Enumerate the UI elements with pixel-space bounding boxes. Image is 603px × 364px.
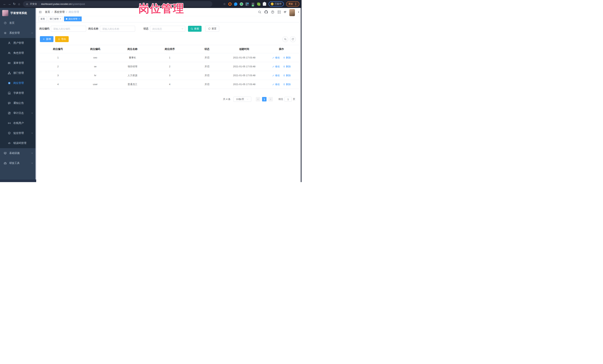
- col-actions: 操作: [263, 45, 300, 53]
- audit-log-icon: [8, 112, 11, 115]
- delete-label: 删除: [286, 74, 291, 77]
- logo-image: [2, 10, 8, 16]
- reset-button[interactable]: 重置: [205, 26, 219, 32]
- export-button[interactable]: 导出: [55, 36, 69, 42]
- edit-link[interactable]: 修改: [272, 83, 280, 86]
- update-label: 更新: [289, 2, 293, 6]
- refresh-icon: [208, 27, 211, 30]
- extensions-puzzle-icon[interactable]: [263, 2, 266, 6]
- edit-link[interactable]: 修改: [272, 74, 280, 77]
- forward-icon[interactable]: →: [7, 2, 12, 6]
- profile-paused-chip[interactable]: 已暂停: [268, 1, 284, 7]
- prev-page-button[interactable]: ‹: [256, 97, 260, 101]
- sidebar-item-departments[interactable]: 部门管理: [0, 68, 36, 78]
- sidebar-footer: [0, 179, 36, 182]
- status-select-value[interactable]: [150, 26, 185, 32]
- delete-link[interactable]: 删除: [283, 74, 291, 77]
- orange-ring-extension-icon[interactable]: [228, 2, 232, 6]
- not-secure-label[interactable]: 不安全: [30, 2, 37, 6]
- page-size-select[interactable]: 10条/页: [233, 97, 251, 102]
- sidebar-item-label: 角色管理: [13, 51, 24, 55]
- url-text[interactable]: dashboard.yudao.iocoder.cn/system/post: [41, 3, 85, 5]
- tab-departments[interactable]: 部门管理 ×: [48, 17, 63, 21]
- goto-page-input[interactable]: [285, 97, 291, 102]
- sidebar-item-roles[interactable]: 角色管理: [0, 48, 36, 58]
- add-button-label: 新增: [46, 37, 51, 41]
- close-icon[interactable]: ×: [79, 18, 80, 20]
- add-button[interactable]: 新增: [40, 36, 53, 42]
- next-page-button[interactable]: ›: [268, 97, 273, 101]
- sidebar-item-system[interactable]: 系统管理: [0, 28, 36, 38]
- sidebar-item-users[interactable]: 用户管理: [0, 38, 36, 48]
- home-icon[interactable]: ⌂: [17, 2, 22, 6]
- update-button[interactable]: 更新 ⋮: [286, 1, 299, 7]
- user-avatar[interactable]: [289, 9, 295, 16]
- gear-icon: [4, 32, 7, 34]
- font-size-icon[interactable]: tT: [284, 10, 286, 13]
- cell-created: 2021-01-05 17:03:48: [226, 53, 263, 62]
- post-code-input[interactable]: [51, 26, 86, 32]
- search-button[interactable]: 搜索: [188, 26, 202, 32]
- post-name-input[interactable]: [100, 26, 135, 32]
- delete-link[interactable]: 删除: [283, 56, 291, 59]
- reset-button-label: 重置: [212, 27, 216, 30]
- browser-menu-icon[interactable]: ⋮: [294, 2, 297, 6]
- sidebar-item-audit-log[interactable]: 审计日志: [0, 108, 36, 118]
- delete-link[interactable]: 删除: [283, 65, 291, 68]
- fullscreen-icon[interactable]: [278, 10, 281, 14]
- app-logo[interactable]: 芋道管理系统: [0, 8, 36, 18]
- sidebar-item-home[interactable]: 首页: [0, 18, 36, 28]
- sidebar-item-dictionary[interactable]: 字典管理: [0, 88, 36, 98]
- breadcrumb-system[interactable]: 系统管理: [54, 10, 65, 14]
- page-unit-label: 页: [293, 98, 295, 101]
- chevron-down-icon: [31, 152, 33, 154]
- export-button-label: 导出: [61, 37, 66, 41]
- breadcrumb: 首页 / 系统管理 / 岗位管理: [45, 10, 79, 14]
- cell-id: 3: [39, 71, 77, 80]
- delete-link[interactable]: 删除: [283, 83, 291, 86]
- sidebar-item-sms[interactable]: 短信管理: [0, 128, 36, 138]
- dashboard-icon: [4, 22, 7, 24]
- back-icon[interactable]: ←: [2, 2, 7, 6]
- paused-label: 已暂停: [275, 2, 282, 6]
- blue-drop-extension-icon[interactable]: [234, 2, 237, 6]
- grid-extension-icon[interactable]: [245, 2, 249, 6]
- sidebar-item-label: 用户管理: [13, 41, 24, 45]
- current-page[interactable]: 1: [262, 97, 267, 101]
- sidebar-item-infrastructure[interactable]: 基础设施: [0, 148, 36, 158]
- sidebar-item-notices[interactable]: 通知公告: [0, 98, 36, 108]
- on-badge: on: [252, 5, 254, 7]
- tab-label: 部门管理: [50, 17, 59, 21]
- edit-link[interactable]: 修改: [272, 65, 280, 68]
- sidebar-item-error-codes[interactable]: 错误码管理: [0, 138, 36, 148]
- sidebar-item-dev-tools[interactable]: 研发工具: [0, 158, 36, 168]
- url-divider: |: [39, 3, 39, 5]
- close-icon[interactable]: ×: [60, 18, 61, 20]
- refresh-table-button[interactable]: [290, 36, 296, 42]
- github-icon[interactable]: [265, 10, 268, 14]
- status-label: 状态: [143, 27, 149, 30]
- edit-link[interactable]: 修改: [272, 56, 280, 59]
- search-icon[interactable]: [258, 10, 261, 14]
- sidebar-item-label: 研发工具: [9, 162, 20, 165]
- chevron-down-icon: [31, 162, 33, 164]
- reload-icon[interactable]: ↻: [12, 2, 17, 6]
- sprout-extension-icon[interactable]: [257, 2, 260, 6]
- sidebar-item-online-users[interactable]: 在线用户: [0, 118, 36, 128]
- tab-home[interactable]: 首页: [39, 17, 47, 21]
- sidebar-item-posts[interactable]: 岗位管理: [0, 78, 36, 88]
- collapse-sidebar-icon[interactable]: [39, 10, 42, 14]
- avatar-dropdown-caret-icon[interactable]: ▾: [298, 11, 299, 13]
- breadcrumb-home[interactable]: 首页: [45, 10, 50, 14]
- address-bar[interactable]: ⚠ 不安全 | dashboard.yudao.iocoder.cn/syste…: [23, 1, 212, 7]
- help-icon[interactable]: [271, 10, 274, 14]
- bookmark-star-icon[interactable]: ☆: [223, 2, 226, 6]
- switch-extension-icon[interactable]: on: [251, 2, 255, 6]
- green-check-extension-icon[interactable]: ✓: [240, 2, 243, 6]
- sidebar-item-menus[interactable]: 菜单管理: [0, 58, 36, 68]
- window-scrollbar[interactable]: [301, 8, 302, 182]
- show-search-button[interactable]: [282, 36, 288, 42]
- tab-posts[interactable]: 岗位管理 ×: [64, 17, 82, 21]
- cell-status: 开启: [188, 80, 226, 89]
- status-select[interactable]: [150, 26, 185, 32]
